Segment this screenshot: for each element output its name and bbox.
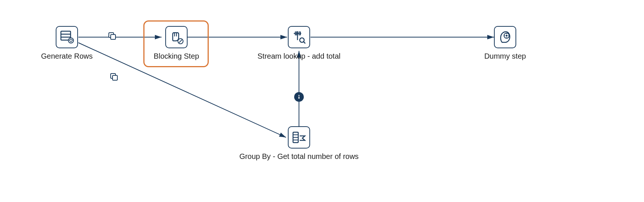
node-dummy-step[interactable]: Dummy step [483,26,527,61]
info-icon [294,92,304,102]
svg-point-9 [298,95,299,96]
stream-lookup-icon [288,26,310,48]
svg-line-24 [303,42,305,43]
svg-rect-10 [299,97,300,99]
node-blocking-step[interactable]: Blocking Step [154,26,199,61]
node-label: Generate Rows [41,52,93,61]
node-label: Blocking Step [154,52,199,61]
group-by-icon [288,126,310,149]
copy-distribute-icon [110,72,118,81]
svg-point-26 [506,35,508,37]
blocking-step-icon [165,26,188,48]
generate-rows-icon [56,26,78,48]
node-label: Dummy step [484,52,526,61]
svg-rect-8 [113,75,117,80]
node-label: Group By - Get total number of rows [239,152,358,161]
copy-distribute-icon [108,32,117,40]
node-stream-lookup[interactable]: Stream lookup - add total [253,26,345,61]
dummy-step-icon [494,26,516,48]
node-generate-rows[interactable]: Generate Rows [45,26,89,61]
node-group-by[interactable]: Group By - Get total number of rows [236,126,362,161]
node-label: Stream lookup - add total [257,52,340,61]
svg-rect-6 [111,35,116,39]
